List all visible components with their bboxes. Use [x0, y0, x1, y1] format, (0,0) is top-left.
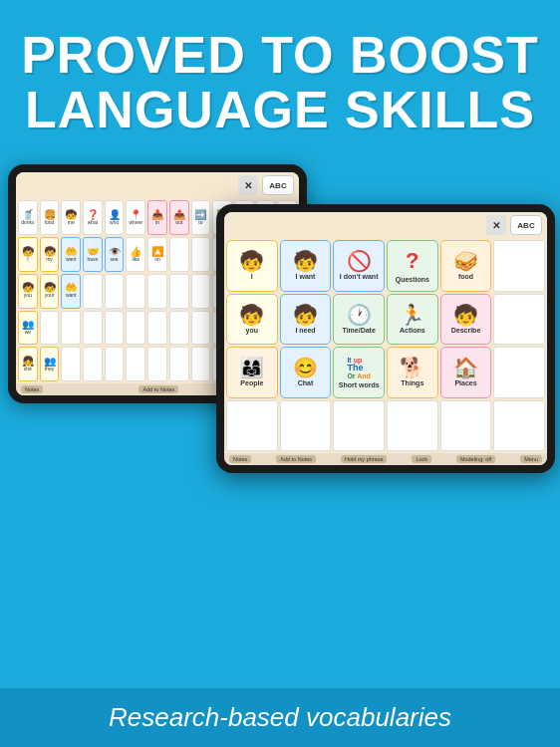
sym-drinks[interactable]: 🥤drinks [18, 200, 38, 235]
actions-figure: 🏃 [400, 305, 424, 325]
cell-empty-1 [493, 240, 545, 292]
cell-i-need[interactable]: 🧒 I need [280, 294, 332, 346]
ipad-front-screen: ✕ ABC 🧒 I 🧒 I want 🚫 I don't want [224, 212, 547, 465]
cell-people[interactable]: 👨‍👩‍👧 People [226, 347, 278, 398]
sym-empty24 [191, 311, 211, 346]
front-add-notes-btn[interactable]: Add to Notes [276, 455, 316, 463]
sym-want2[interactable]: 🤲want [61, 274, 81, 309]
time-label: Time/Date [342, 327, 375, 334]
time-figure: 🕐 [347, 305, 372, 325]
back-abc-button[interactable]: ABC [262, 175, 294, 195]
sym-empty33 [147, 347, 167, 381]
sym-like[interactable]: 👍like [126, 237, 145, 272]
sym-i[interactable]: 🧒I [18, 237, 38, 272]
cell-filler1 [226, 400, 278, 452]
sym-empty7 [83, 274, 103, 309]
sym-who[interactable]: 👤who [105, 200, 125, 235]
i-need-figure: 🧒 [293, 305, 318, 325]
sym-they[interactable]: 👥they [40, 347, 60, 381]
sym-to[interactable]: ➡️to [191, 200, 211, 235]
title-line2: LANGUAGE SKILLS [25, 81, 535, 138]
back-close-button[interactable]: ✕ [238, 175, 258, 195]
sym-empty22 [147, 311, 167, 346]
questions-label: Questions [396, 276, 429, 283]
main-title: PROVED TO BOOST LANGUAGE SKILLS [20, 28, 540, 136]
front-notes-btn[interactable]: Notes [229, 455, 251, 463]
sym-empty11 [169, 274, 189, 309]
sym-out[interactable]: 📤out [169, 200, 189, 235]
chat-figure: 😊 [293, 358, 318, 377]
front-modeling-btn[interactable]: Modeling: off [456, 455, 495, 463]
sym-empty4 [191, 237, 211, 272]
sym-empty17 [40, 311, 60, 346]
sym-she[interactable]: 👧she [18, 347, 38, 381]
i-figure: 🧒 [239, 251, 264, 271]
sym-empty31 [105, 347, 125, 381]
cell-filler2 [280, 400, 332, 452]
sym-what[interactable]: ❓what [83, 200, 103, 235]
cell-i-want[interactable]: 🧒 I want [280, 240, 332, 292]
you-label: you [246, 327, 258, 334]
places-figure: 🏠 [453, 358, 478, 377]
front-symbol-grid: 🧒 I 🧒 I want 🚫 I don't want ? Questions … [224, 238, 547, 453]
back-notes-btn[interactable]: Notes [21, 385, 43, 393]
sym-food[interactable]: 🍔food [40, 200, 60, 235]
front-menu-btn[interactable]: Menu [520, 455, 542, 463]
sym-have[interactable]: 🤝have [83, 237, 103, 272]
sym-see[interactable]: 👁️see [105, 237, 125, 272]
sym-empty32 [126, 347, 145, 381]
cell-you[interactable]: 🧒 you [226, 294, 278, 346]
sym-empty12 [191, 274, 211, 309]
cell-chat[interactable]: 😊 Chat [280, 347, 332, 398]
cell-food[interactable]: 🥪 food [440, 240, 492, 292]
sym-empty18 [61, 311, 81, 346]
front-lock-btn[interactable]: Lock [412, 455, 431, 463]
i-need-label: I need [295, 327, 315, 334]
sym-your[interactable]: 🧒your [40, 274, 60, 309]
places-label: Places [454, 379, 476, 386]
people-label: People [240, 379, 263, 386]
front-hold-phrase-btn[interactable]: Hold my phrase [341, 455, 388, 463]
things-figure: 🐕 [400, 358, 424, 377]
sym-empty8 [105, 274, 125, 309]
describe-label: Describe [451, 327, 481, 334]
sym-want[interactable]: 🤲want [61, 237, 81, 272]
sym-empty21 [126, 311, 145, 346]
i-label: I [251, 273, 253, 280]
short-words-figure: It up The Or And [347, 357, 370, 379]
sym-in[interactable]: 📥in [147, 200, 167, 235]
food-figure: 🥪 [453, 251, 478, 271]
i-dont-want-figure: 🚫 [347, 251, 372, 271]
cell-i-dont-want[interactable]: 🚫 I don't want [333, 240, 385, 292]
sym-on[interactable]: 🔼on [147, 237, 167, 272]
i-want-label: I want [296, 273, 316, 280]
cell-places[interactable]: 🏠 Places [440, 347, 492, 398]
cell-actions[interactable]: 🏃 Actions [387, 294, 438, 346]
sym-my[interactable]: 🧒my [40, 237, 60, 272]
cell-filler3 [333, 400, 385, 452]
front-abc-button[interactable]: ABC [510, 215, 542, 235]
sym-empty10 [147, 274, 167, 309]
sym-empty29 [61, 347, 81, 381]
sym-empty35 [191, 347, 211, 381]
sym-where[interactable]: 📍where [126, 200, 145, 235]
sym-me[interactable]: 🧒me [61, 200, 81, 235]
cell-empty-3 [493, 347, 545, 398]
sym-we[interactable]: 👥we [18, 311, 38, 346]
cell-things[interactable]: 🐕 Things [387, 347, 438, 398]
sym-you[interactable]: 🧒you [18, 274, 38, 309]
cell-questions[interactable]: ? Questions [387, 240, 438, 292]
front-close-button[interactable]: ✕ [486, 215, 506, 235]
questions-figure: ? [406, 248, 419, 274]
devices-area: ✕ ABC 🥤drinks 🍔food 🧒me ❓what 👤who 📍wher… [0, 154, 560, 688]
describe-figure: 🧒 [453, 305, 478, 325]
header: PROVED TO BOOST LANGUAGE SKILLS [0, 0, 560, 154]
back-add-notes-btn[interactable]: Add to Notes [139, 385, 178, 393]
cell-describe[interactable]: 🧒 Describe [440, 294, 492, 346]
sym-empty23 [169, 311, 189, 346]
cell-short-words[interactable]: It up The Or And Short words [333, 347, 385, 398]
sym-empty9 [126, 274, 145, 309]
cell-i[interactable]: 🧒 I [226, 240, 278, 292]
you-figure: 🧒 [239, 305, 264, 325]
cell-time-date[interactable]: 🕐 Time/Date [333, 294, 385, 346]
